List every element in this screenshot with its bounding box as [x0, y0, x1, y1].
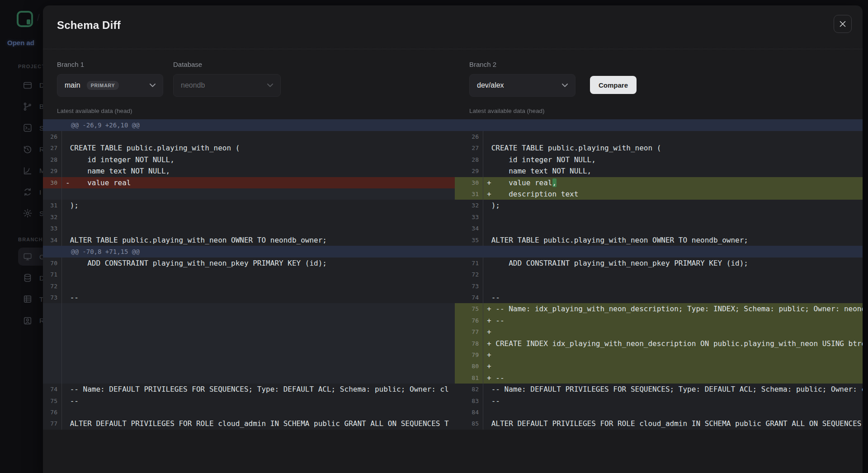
line-number: 28 — [43, 154, 61, 165]
diff-row: 29 name text NOT NULL,29 name text NOT N… — [43, 165, 863, 177]
line-number: 71 — [43, 269, 61, 280]
chevron-down-icon — [150, 84, 156, 87]
header-divider — [43, 49, 863, 49]
diff-row: 2626 — [43, 131, 863, 142]
diff-right-cell: 72 — [455, 269, 863, 280]
diff-left-cell — [43, 188, 455, 200]
line-number: 28 — [455, 154, 483, 165]
branch1-label: Branch 1 — [57, 61, 84, 68]
diff-row: 34 ALTER TABLE public.playing_with_neon … — [43, 234, 863, 246]
diff-left-cell — [43, 303, 455, 314]
code-line — [61, 281, 455, 292]
line-number: 79 — [455, 349, 483, 361]
line-number — [43, 338, 61, 349]
branch1-value: main — [65, 81, 80, 89]
diff-left-cell: 29 name text NOT NULL, — [43, 165, 455, 177]
diff-left-cell — [43, 349, 455, 361]
diff-left-cell: 76 — [43, 407, 455, 418]
code-line — [61, 326, 455, 337]
diff-left-cell: 77 ALTER DEFAULT PRIVILEGES FOR ROLE clo… — [43, 418, 455, 429]
diff-right-cell: 29 name text NOT NULL, — [455, 165, 863, 177]
line-number — [43, 315, 61, 326]
code-line — [61, 188, 455, 200]
line-number: 29 — [43, 165, 61, 177]
code-line: + -- Name: idx_playing_with_neon_descrip… — [483, 303, 863, 314]
code-line — [61, 361, 455, 372]
code-line: name text NOT NULL, — [61, 165, 455, 177]
code-line — [483, 211, 863, 223]
branch1-select[interactable]: main PRIMARY — [57, 74, 163, 97]
line-number: 34 — [43, 234, 61, 246]
branch2-data-state: Latest available data (head) — [469, 108, 545, 114]
code-line: + — [483, 326, 863, 337]
code-line — [483, 407, 863, 418]
diff-left-cell: 72 — [43, 281, 455, 292]
line-number: 32 — [455, 200, 483, 211]
diff-right-cell: 78+ CREATE INDEX idx_playing_with_neon_d… — [455, 338, 863, 349]
diff-right-cell: 32 ); — [455, 200, 863, 211]
code-line: ); — [483, 200, 863, 211]
code-line: ALTER TABLE public.playing_with_neon OWN… — [483, 234, 863, 246]
diff-row: 70 ADD CONSTRAINT playing_with_neon_pkey… — [43, 258, 863, 269]
diff-row: 7273 — [43, 281, 863, 292]
close-button[interactable] — [834, 15, 852, 33]
code-line: + CREATE INDEX idx_playing_with_neon_des… — [483, 338, 863, 349]
code-line: ); — [61, 200, 455, 211]
line-number: 71 — [455, 258, 483, 269]
diff-right-cell: 77+ — [455, 326, 863, 337]
diff-row: 3233 — [43, 211, 863, 223]
line-number: 72 — [455, 269, 483, 280]
diff-right-cell: 27 CREATE TABLE public.playing_with_neon… — [455, 142, 863, 154]
diff-right-cell: 26 — [455, 131, 863, 142]
line-number: 82 — [455, 384, 483, 395]
line-number: 34 — [455, 223, 483, 234]
branch2-select[interactable]: dev/alex — [469, 74, 576, 97]
code-line — [61, 303, 455, 314]
close-icon — [839, 20, 846, 28]
line-number — [43, 326, 61, 337]
code-line — [61, 349, 455, 361]
diff-right-cell: 74 -- — [455, 292, 863, 303]
code-line: id integer NOT NULL, — [61, 154, 455, 165]
hunk-header: @@ -70,8 +71,15 @@ — [43, 246, 863, 258]
compare-button[interactable]: Compare — [590, 76, 637, 94]
line-number — [43, 349, 61, 361]
line-number: 30 — [43, 177, 61, 188]
diff-right-cell: 75+ -- Name: idx_playing_with_neon_descr… — [455, 303, 863, 314]
diff-right-cell: 83 -- — [455, 395, 863, 407]
hunk-header: @@ -26,9 +26,10 @@ — [43, 119, 863, 131]
diff-left-cell: 75 -- — [43, 395, 455, 407]
diff-right-cell: 28 id integer NOT NULL, — [455, 154, 863, 165]
code-line — [61, 211, 455, 223]
line-number: 75 — [43, 395, 61, 407]
diff-row: 77 ALTER DEFAULT PRIVILEGES FOR ROLE clo… — [43, 418, 863, 429]
diff-right-cell: 84 — [455, 407, 863, 418]
diff-right-cell: 73 — [455, 281, 863, 292]
diff-row: 3334 — [43, 223, 863, 234]
line-number: 33 — [455, 211, 483, 223]
diff-row: 31+ description text — [43, 188, 863, 200]
code-line: + -- — [483, 372, 863, 384]
diff-left-cell — [43, 361, 455, 372]
diff-left-cell: 28 id integer NOT NULL, — [43, 154, 455, 165]
line-number: 76 — [455, 315, 483, 326]
diff-left-cell: 30- value real — [43, 177, 455, 188]
diff-right-cell: 30+ value real, — [455, 177, 863, 188]
diff-row: 7684 — [43, 407, 863, 418]
code-line: + -- — [483, 315, 863, 326]
code-line — [61, 269, 455, 280]
diff-left-cell: 34 ALTER TABLE public.playing_with_neon … — [43, 234, 455, 246]
code-line: -- — [483, 292, 863, 303]
line-number: 27 — [43, 142, 61, 154]
schema-diff-modal: Schema Diff Branch 1 Database Branch 2 m… — [43, 5, 863, 473]
line-number: 73 — [43, 292, 61, 303]
diff-row: 81+ -- — [43, 372, 863, 384]
database-label: Database — [173, 61, 202, 68]
diff-right-cell: 35 ALTER TABLE public.playing_with_neon … — [455, 234, 863, 246]
code-line: -- Name: DEFAULT PRIVILEGES FOR SEQUENCE… — [483, 384, 863, 395]
diff-right-cell: 33 — [455, 211, 863, 223]
diff-left-cell: 33 — [43, 223, 455, 234]
diff-left-cell — [43, 372, 455, 384]
line-number: 26 — [43, 131, 61, 142]
diff-left-cell — [43, 338, 455, 349]
